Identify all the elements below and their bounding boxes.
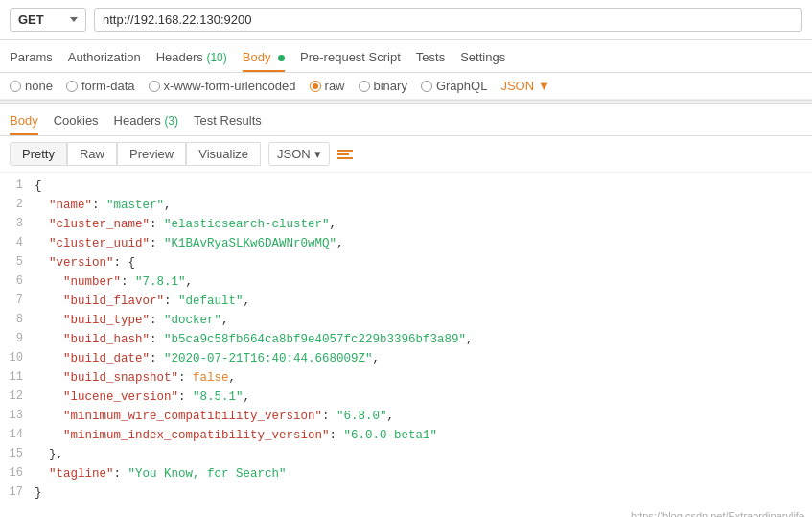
wrap-line-2 — [337, 153, 349, 155]
line-code-15: }, — [35, 445, 804, 464]
line-code-10: "build_date": "2020-07-21T16:40:44.66800… — [35, 349, 804, 368]
tab-pre-request[interactable]: Pre-request Script — [300, 46, 401, 72]
response-format-dropdown[interactable]: JSON ▾ — [268, 142, 330, 166]
line-number-14: 14 — [8, 426, 35, 444]
json-line-10: 10 "build_date": "2020-07-21T16:40:44.66… — [0, 349, 812, 368]
radio-form-data[interactable] — [66, 81, 78, 92]
option-urlencoded[interactable]: x-www-form-urlencoded — [149, 79, 296, 93]
wrap-toggle[interactable] — [337, 150, 353, 159]
line-number-10: 10 — [8, 349, 35, 367]
line-code-16: "tagline": "You Know, for Search" — [35, 464, 804, 483]
watermark: https://blog.csdn.net/Extraordinarylife — [0, 506, 812, 517]
line-number-5: 5 — [8, 253, 35, 271]
line-number-12: 12 — [8, 388, 35, 406]
response-tabs: Body Cookies Headers (3) Test Results — [0, 104, 812, 136]
option-binary[interactable]: binary — [359, 79, 407, 93]
response-format-chevron-icon: ▾ — [314, 147, 321, 161]
line-number-6: 6 — [8, 272, 35, 291]
method-chevron-icon — [70, 17, 78, 22]
view-tab-preview[interactable]: Preview — [117, 142, 186, 166]
line-code-6: "number": "7.8.1", — [35, 272, 804, 292]
line-code-8: "build_type": "docker", — [35, 311, 804, 330]
json-line-13: 13 "minimum_wire_compatibility_version":… — [0, 407, 812, 426]
line-number-9: 9 — [8, 330, 35, 348]
method-dropdown[interactable]: GET — [10, 8, 86, 32]
line-number-15: 15 — [8, 445, 35, 463]
body-active-dot — [278, 55, 285, 61]
tab-tests[interactable]: Tests — [416, 46, 445, 72]
format-dropdown[interactable]: JSON ▼ — [500, 79, 550, 93]
line-code-11: "build_snapshot": false, — [35, 368, 804, 388]
url-bar: GET — [0, 0, 812, 40]
resp-tab-cookies[interactable]: Cookies — [54, 109, 99, 135]
method-label: GET — [18, 12, 44, 27]
view-tab-pretty[interactable]: Pretty — [10, 142, 67, 166]
line-number-2: 2 — [8, 196, 35, 214]
resp-headers-badge: (3) — [164, 114, 178, 128]
line-code-13: "minimum_wire_compatibility_version": "6… — [35, 407, 804, 426]
json-line-11: 11 "build_snapshot": false, — [0, 368, 812, 388]
radio-urlencoded[interactable] — [149, 81, 160, 92]
line-code-17: } — [35, 483, 804, 503]
json-line-15: 15 }, — [0, 445, 812, 464]
line-number-3: 3 — [8, 215, 35, 233]
line-number-13: 13 — [8, 407, 35, 425]
json-line-9: 9 "build_hash": "b5ca9c58fb664ca8bf9e405… — [0, 330, 812, 349]
response-format-label: JSON — [277, 147, 311, 161]
line-number-7: 7 — [8, 292, 35, 310]
tab-params[interactable]: Params — [10, 46, 53, 72]
line-code-4: "cluster_uuid": "K1BAvRyaSLKw6DAWNr0wMQ"… — [35, 234, 804, 253]
json-line-17: 17} — [0, 483, 812, 503]
format-label: JSON — [500, 79, 534, 93]
view-tabs: Pretty Raw Preview Visualize JSON ▾ — [0, 136, 812, 173]
radio-graphql[interactable] — [421, 81, 432, 92]
line-code-14: "minimum_index_compatibility_version": "… — [35, 426, 804, 445]
option-form-data[interactable]: form-data — [66, 79, 135, 93]
json-line-6: 6 "number": "7.8.1", — [0, 272, 812, 292]
json-line-5: 5 "version": { — [0, 253, 812, 272]
line-number-8: 8 — [8, 311, 35, 329]
option-graphql[interactable]: GraphQL — [421, 79, 487, 93]
line-number-16: 16 — [8, 464, 35, 482]
option-raw[interactable]: raw — [310, 79, 345, 93]
json-line-7: 7 "build_flavor": "default", — [0, 292, 812, 311]
request-tabs: Params Authorization Headers (10) Body P… — [0, 40, 812, 73]
line-number-17: 17 — [8, 483, 35, 502]
line-number-11: 11 — [8, 368, 35, 387]
tab-body[interactable]: Body — [243, 46, 285, 72]
radio-binary[interactable] — [359, 81, 370, 92]
line-code-1: { — [35, 176, 804, 196]
wrap-line-1 — [337, 150, 353, 152]
wrap-lines-icon — [337, 150, 353, 159]
view-tab-visualize[interactable]: Visualize — [186, 142, 261, 166]
json-line-1: 1{ — [0, 176, 812, 196]
resp-tab-test-results[interactable]: Test Results — [194, 109, 262, 135]
json-line-16: 16 "tagline": "You Know, for Search" — [0, 464, 812, 483]
line-number-1: 1 — [8, 176, 35, 195]
tab-settings[interactable]: Settings — [460, 46, 505, 72]
json-line-3: 3 "cluster_name": "elasticsearch-cluster… — [0, 215, 812, 234]
format-chevron-icon: ▼ — [538, 79, 550, 93]
option-none[interactable]: none — [10, 79, 53, 93]
json-line-4: 4 "cluster_uuid": "K1BAvRyaSLKw6DAWNr0wM… — [0, 234, 812, 253]
json-line-14: 14 "minimum_index_compatibility_version"… — [0, 426, 812, 445]
line-number-4: 4 — [8, 234, 35, 252]
json-line-8: 8 "build_type": "docker", — [0, 311, 812, 330]
tab-authorization[interactable]: Authorization — [68, 46, 141, 72]
url-input[interactable] — [94, 8, 802, 32]
view-tab-raw[interactable]: Raw — [67, 142, 117, 166]
resp-tab-headers[interactable]: Headers (3) — [114, 109, 178, 135]
resp-tab-body[interactable]: Body — [10, 109, 38, 135]
headers-badge: (10) — [206, 51, 226, 64]
line-code-5: "version": { — [35, 253, 804, 272]
tab-headers[interactable]: Headers (10) — [156, 46, 227, 72]
line-code-9: "build_hash": "b5ca9c58fb664ca8bf9e4057f… — [35, 330, 804, 349]
radio-none[interactable] — [10, 81, 21, 92]
line-code-12: "lucene_version": "8.5.1", — [35, 388, 804, 407]
line-code-3: "cluster_name": "elasticsearch-cluster", — [35, 215, 804, 234]
line-code-2: "name": "master", — [35, 196, 804, 215]
radio-raw[interactable] — [310, 81, 321, 92]
line-code-7: "build_flavor": "default", — [35, 292, 804, 311]
json-line-12: 12 "lucene_version": "8.5.1", — [0, 388, 812, 407]
json-response-content: 1{2 "name": "master",3 "cluster_name": "… — [0, 173, 812, 506]
